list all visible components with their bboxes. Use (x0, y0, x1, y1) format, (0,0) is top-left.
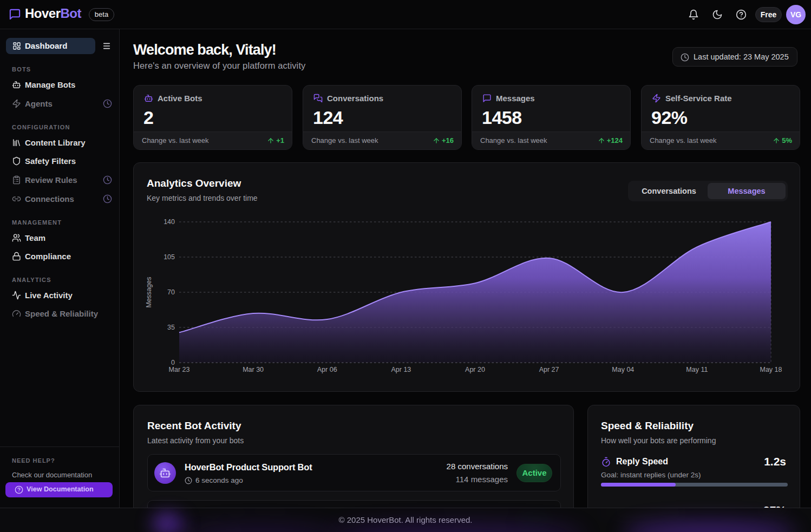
svg-text:Apr 06: Apr 06 (317, 366, 337, 373)
svg-text:May 11: May 11 (686, 366, 708, 373)
svg-text:May 04: May 04 (612, 366, 634, 373)
svg-text:Apr 27: Apr 27 (539, 366, 559, 373)
svg-text:May 18: May 18 (760, 366, 782, 373)
svg-text:Apr 13: Apr 13 (391, 366, 411, 373)
svg-text:0: 0 (171, 359, 175, 366)
svg-text:140: 140 (163, 218, 175, 226)
svg-text:Mar 30: Mar 30 (243, 366, 264, 373)
svg-text:Messages: Messages (145, 277, 153, 308)
svg-text:35: 35 (167, 324, 175, 331)
svg-text:70: 70 (167, 288, 175, 296)
svg-text:Mar 23: Mar 23 (169, 366, 190, 373)
svg-text:105: 105 (163, 253, 175, 261)
svg-text:Apr 20: Apr 20 (465, 366, 485, 373)
